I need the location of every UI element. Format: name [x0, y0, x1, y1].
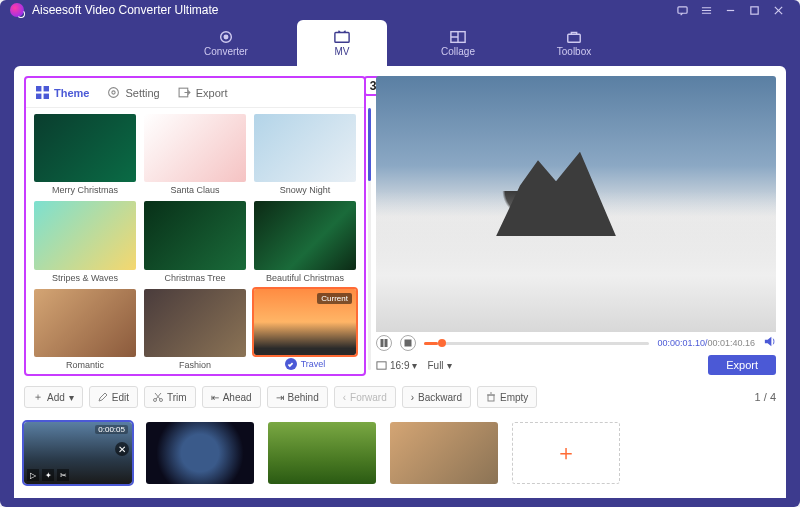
tab-setting[interactable]: Setting	[107, 86, 159, 99]
backward-button[interactable]: ›Backward	[402, 386, 471, 408]
panel-tabs: Theme Setting Export	[26, 78, 364, 108]
clip-strip: 0:00:05 ✕ ▷✦✂ ＋	[24, 418, 776, 488]
svg-point-12	[112, 91, 115, 94]
trim-button[interactable]: Trim	[144, 386, 196, 408]
tab-label: Setting	[125, 87, 159, 99]
clip-item[interactable]	[268, 422, 376, 484]
tab-theme[interactable]: Theme	[36, 86, 89, 99]
edit-clip-icon[interactable]: ✦	[42, 469, 54, 481]
volume-icon[interactable]	[763, 334, 776, 352]
seek-bar[interactable]	[424, 342, 649, 345]
edit-button[interactable]: Edit	[89, 386, 138, 408]
nav-collage[interactable]: Collage	[413, 20, 503, 66]
nav-label: Toolbox	[557, 46, 591, 57]
empty-button[interactable]: Empty	[477, 386, 537, 408]
trim-clip-icon[interactable]: ✂	[57, 469, 69, 481]
behind-button[interactable]: ⇥Behind	[267, 386, 328, 408]
clip-item[interactable]	[390, 422, 498, 484]
app-title: Aiseesoft Video Converter Ultimate	[32, 3, 219, 17]
theme-item[interactable]: Fashion	[144, 289, 246, 370]
app-window: Aiseesoft Video Converter Ultimate Conve…	[0, 0, 800, 507]
theme-grid: Merry Christmas Santa Claus Snowy Night …	[26, 108, 364, 374]
svg-rect-20	[488, 395, 494, 401]
svg-rect-7	[36, 86, 41, 91]
theme-item[interactable]: Current Travel	[254, 289, 356, 370]
minimize-icon[interactable]	[718, 0, 742, 20]
clip-item[interactable]: 0:00:05 ✕ ▷✦✂	[24, 422, 132, 484]
clip-item[interactable]	[146, 422, 254, 484]
app-logo-icon	[10, 3, 24, 17]
title-bar: Aiseesoft Video Converter Ultimate	[0, 0, 800, 20]
add-button[interactable]: ＋Add▾	[24, 386, 83, 408]
stop-button[interactable]	[400, 335, 416, 351]
theme-item[interactable]: Santa Claus	[144, 114, 246, 195]
remove-clip-icon[interactable]: ✕	[115, 442, 129, 456]
aspect-ratio-select[interactable]: 16:9 ▾	[376, 360, 417, 371]
full-select[interactable]: Full ▾	[427, 360, 451, 371]
svg-rect-14	[381, 339, 383, 347]
feedback-icon[interactable]	[670, 0, 694, 20]
svg-rect-16	[405, 340, 411, 346]
pause-button[interactable]	[376, 335, 392, 351]
svg-rect-6	[568, 34, 580, 42]
main-area: 3 Theme Setting Export	[14, 66, 786, 498]
nav-label: Collage	[441, 46, 475, 57]
nav-toolbox[interactable]: Toolbox	[529, 20, 619, 66]
svg-point-11	[109, 88, 119, 98]
playback-row: 00:00:01.10/00:01:40.16	[376, 332, 776, 354]
maximize-icon[interactable]	[742, 0, 766, 20]
svg-rect-9	[36, 94, 41, 99]
theme-item[interactable]: Snowy Night	[254, 114, 356, 195]
chevron-down-icon: ▾	[69, 392, 74, 403]
ahead-button[interactable]: ⇤Ahead	[202, 386, 261, 408]
nav-label: Converter	[204, 46, 248, 57]
svg-rect-15	[385, 339, 387, 347]
nav-mv[interactable]: MV	[297, 20, 387, 66]
main-nav: Converter MV Collage Toolbox	[0, 20, 800, 66]
ratio-row: 16:9 ▾ Full ▾ Export	[376, 354, 776, 376]
clip-counter: 1 / 4	[755, 391, 776, 403]
nav-label: MV	[335, 46, 350, 57]
forward-button[interactable]: ‹Forward	[334, 386, 396, 408]
chevron-down-icon: ▾	[412, 360, 417, 371]
theme-item[interactable]: Christmas Tree	[144, 201, 246, 282]
close-icon[interactable]	[766, 0, 790, 20]
theme-item[interactable]: Merry Christmas	[34, 114, 136, 195]
chevron-down-icon: ▾	[447, 360, 452, 371]
nav-converter[interactable]: Converter	[181, 20, 271, 66]
theme-item[interactable]: Beautiful Christmas	[254, 201, 356, 282]
export-button[interactable]: Export	[708, 355, 776, 375]
theme-item[interactable]: Stripes & Waves	[34, 201, 136, 282]
time-display: 00:00:01.10/00:01:40.16	[657, 338, 755, 348]
add-clip-button[interactable]: ＋	[512, 422, 620, 484]
theme-scrollbar[interactable]	[368, 108, 371, 370]
svg-rect-0	[677, 6, 686, 12]
clip-duration: 0:00:05	[95, 425, 128, 434]
theme-item[interactable]: Romantic	[34, 289, 136, 370]
clip-toolbar: ＋Add▾ Edit Trim ⇤Ahead ⇥Behind ‹Forward …	[24, 384, 776, 410]
svg-point-3	[224, 35, 228, 39]
menu-icon[interactable]	[694, 0, 718, 20]
preview-panel: 00:00:01.10/00:01:40.16 16:9 ▾ Full ▾ Ex…	[376, 76, 776, 376]
tab-export[interactable]: Export	[178, 86, 228, 99]
play-icon[interactable]: ▷	[27, 469, 39, 481]
current-tag: Current	[317, 293, 352, 304]
preview-video[interactable]	[376, 76, 776, 332]
svg-rect-10	[44, 94, 49, 99]
svg-rect-4	[335, 33, 349, 43]
svg-rect-8	[44, 86, 49, 91]
check-icon	[285, 358, 297, 370]
tab-label: Export	[196, 87, 228, 99]
tab-label: Theme	[54, 87, 89, 99]
theme-panel: 3 Theme Setting Export	[24, 76, 366, 376]
clip-overlay: ▷✦✂	[27, 469, 69, 481]
svg-rect-17	[377, 361, 386, 368]
svg-rect-1	[750, 6, 757, 13]
